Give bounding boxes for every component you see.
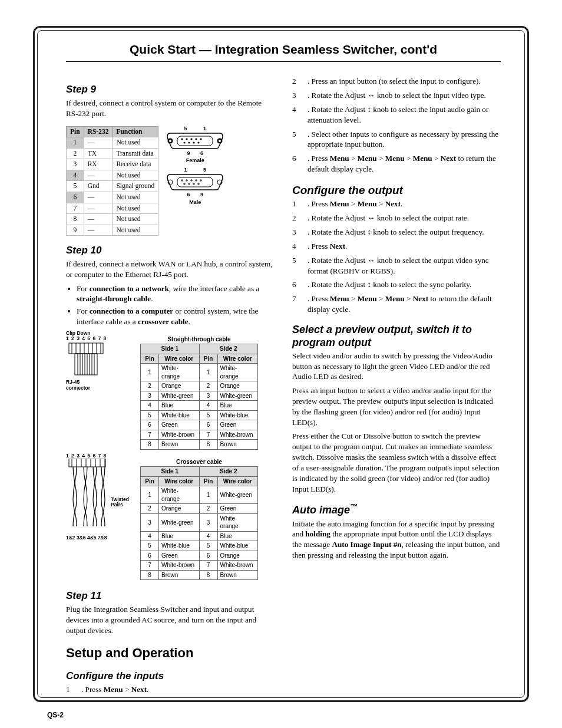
svg-point-7 [191, 138, 193, 140]
rs232-col-header: RS-232 [84, 126, 113, 137]
auto-image-heading: Auto image™ [292, 502, 501, 517]
preview-p2: Press an input button to select a video … [292, 386, 501, 427]
svg-point-20 [196, 180, 197, 181]
step-10-text: If desired, connect a network WAN or LAN… [66, 259, 275, 280]
rj45-straight-row: Clip Down 1 2 3 4 5 6 7 8 RJ-45 connecto… [66, 331, 275, 451]
svg-point-18 [186, 180, 187, 181]
crossover-cable-table: Side 1Side 2 PinWire colorPinWire color … [140, 466, 258, 580]
content-columns: Step 9 If desired, connect a control sys… [66, 75, 501, 698]
twisted-pairs-icon [66, 459, 119, 529]
straight-cable-title: Straight-through cable [140, 335, 258, 344]
svg-point-11 [189, 141, 190, 143]
configure-inputs-list-start: 1. Press Menu > Next. [66, 684, 275, 695]
svg-point-6 [186, 138, 188, 140]
page-outer-frame: Quick Start — Integration Seamless Switc… [33, 26, 529, 702]
svg-rect-16 [177, 177, 213, 187]
step-11-text: Plug the Integration Seamless Switcher a… [66, 604, 275, 635]
right-column: 2. Press an input button (to select the … [292, 75, 501, 698]
svg-point-3 [219, 140, 221, 142]
horiz-adjust-icon [367, 91, 375, 100]
svg-point-23 [189, 183, 190, 185]
configure-output-list: 1. Press Menu > Menu > Next. 2. Rotate t… [292, 199, 501, 314]
svg-rect-35 [75, 354, 97, 375]
configure-inputs-list-cont: 2. Press an input button (to select the … [292, 76, 501, 174]
trademark-icon: ™ [350, 503, 358, 511]
svg-point-1 [169, 140, 171, 142]
crossover-cable-title: Crossover cable [140, 458, 258, 466]
rj45-connector-figure: Clip Down 1 2 3 4 5 6 7 8 RJ-45 connecto… [66, 331, 137, 391]
svg-point-13 [198, 141, 200, 143]
svg-point-9 [200, 138, 202, 140]
rj45-icon [66, 342, 107, 377]
configure-output-heading: Configure the output [292, 183, 501, 198]
svg-rect-4 [177, 136, 213, 146]
svg-point-19 [191, 180, 192, 181]
female-label: Female [166, 157, 224, 164]
step-10-heading: Step 10 [66, 244, 275, 258]
db9-female-icon [166, 132, 224, 150]
preview-p3: Press either the Cut or Dissolve button … [292, 431, 501, 494]
preview-heading: Select a preview output, switch it to pr… [292, 323, 501, 350]
crossover-cable-table-wrap: Crossover cable Side 1Side 2 PinWire col… [140, 456, 258, 582]
step-9-heading: Step 9 [66, 83, 275, 97]
setup-operation-heading: Setup and Operation [66, 644, 275, 662]
db9-connectors-illustration: 5 1 9 6 Female 1 5 [166, 125, 224, 206]
left-column: Step 9 If desired, connect a control sys… [66, 75, 275, 698]
func-col-header: Function [113, 126, 158, 137]
step-9-text: If desired, connect a control system or … [66, 98, 275, 119]
page-title: Quick Start — Integration Seamless Switc… [66, 41, 501, 62]
straight-cable-table: Side 1Side 2 PinWire colorPinWire color … [140, 344, 258, 450]
page-inner-frame: Quick Start — Integration Seamless Switc… [37, 30, 525, 698]
preview-p1: Select video and/or audio to switch by p… [292, 351, 501, 382]
svg-point-17 [181, 180, 183, 181]
rj45-crossover-row: 1 2 3 4 5 6 7 8 [66, 453, 275, 582]
svg-point-21 [200, 180, 201, 181]
svg-point-25 [198, 183, 199, 185]
straight-cable-table-wrap: Straight-through cable Side 1Side 2 PinW… [140, 333, 258, 451]
svg-point-24 [193, 183, 194, 185]
svg-rect-26 [69, 343, 103, 354]
auto-image-text: Initiate the auto imaging function for a… [292, 519, 501, 561]
svg-point-5 [181, 138, 183, 140]
db9-male-icon [166, 173, 224, 191]
horiz-adjust-icon [367, 256, 375, 265]
pin-col-header: Pin [67, 126, 84, 137]
step-11-heading: Step 11 [66, 589, 275, 603]
svg-point-22 [184, 183, 185, 185]
horiz-adjust-icon [367, 213, 375, 222]
step-10-bullets: For connection to a network, wire the in… [77, 284, 275, 327]
svg-point-12 [193, 141, 195, 143]
step-9-figure: Pin RS-232 Function 1—Not used 2TXTransm… [66, 123, 275, 236]
svg-point-10 [184, 141, 186, 143]
rs232-pin-table: Pin RS-232 Function 1—Not used 2TXTransm… [66, 126, 158, 236]
page-number: QS-2 [47, 710, 64, 720]
configure-inputs-heading: Configure the inputs [66, 670, 275, 683]
male-label: Male [166, 199, 224, 206]
svg-point-8 [196, 138, 197, 140]
twisted-pairs-figure: 1 2 3 4 5 6 7 8 [66, 453, 137, 541]
